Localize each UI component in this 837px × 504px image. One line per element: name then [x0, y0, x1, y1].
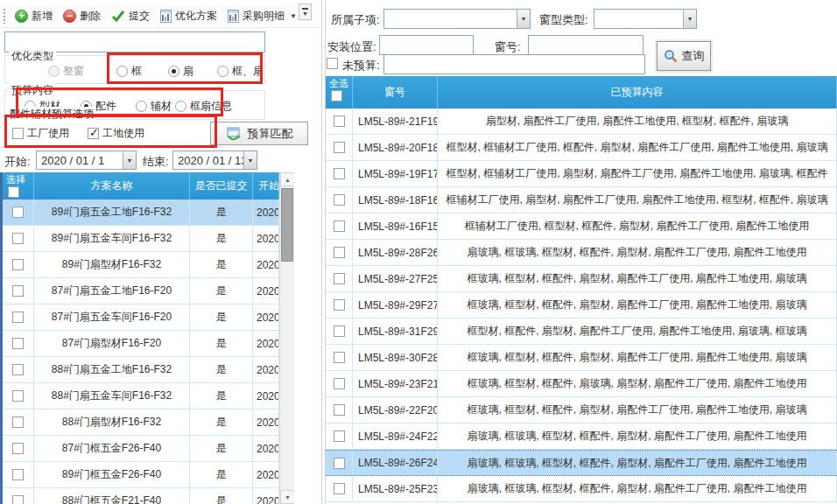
submit-button[interactable]: 提交 — [106, 7, 155, 25]
plan-table-row[interactable]: 88#门扇五金车间F16-F32是2020/0 — [3, 383, 279, 410]
radio-option-sash[interactable]: 扇 — [168, 64, 193, 79]
chevron-down-icon[interactable]: ▼ — [123, 151, 136, 169]
plan-table-row[interactable]: 88#门扇型材F16-F32是2020/0 — [3, 410, 279, 436]
window-table-row[interactable]: LM5L-89#-18F16框辅材工厂使用, 扇型材, 扇配件工厂使用, 扇配件… — [326, 187, 837, 214]
window-table-row[interactable]: LM5L-89#-28F26扇玻璃, 框玻璃, 框型材, 框配件, 扇型材, 扇… — [326, 240, 837, 266]
sub-item-label: 所属子项: — [331, 12, 380, 28]
radio-option-auxiliary[interactable]: 辅材 — [136, 99, 172, 114]
window-table-row[interactable]: LM5L-89#-29F27框玻璃, 框型材, 框配件, 扇型材, 扇配件工厂使… — [326, 292, 837, 318]
optimize-plan-button[interactable]: 优化方案 — [155, 7, 222, 25]
window-table-row[interactable]: LM5L-89#-27F25框玻璃, 框型材, 框配件, 扇型材, 扇配件工厂使… — [326, 266, 837, 292]
delete-button[interactable]: − 删除 — [58, 7, 106, 25]
plan-table-row[interactable]: 87#门扇五金车间F16-F20是2020/0 — [3, 304, 279, 331]
row-checkbox[interactable] — [334, 378, 345, 389]
row-checkbox[interactable] — [334, 142, 345, 153]
budgeted-content-cell: 框辅材工厂使用, 框型材, 框配件, 扇型材, 扇配件工厂使用, 扇配件工地使用 — [438, 214, 837, 239]
chevron-down-icon[interactable]: ▼ — [290, 12, 297, 20]
row-checkbox[interactable] — [12, 312, 24, 323]
row-checkbox[interactable] — [12, 364, 24, 375]
window-table-row[interactable]: LM5L-89#-24F22扇玻璃, 框玻璃, 框型材, 框配件, 扇型材, 扇… — [326, 424, 837, 450]
row-checkbox[interactable] — [334, 247, 345, 258]
row-checkbox[interactable] — [12, 390, 24, 402]
row-checkbox[interactable] — [12, 469, 24, 480]
window-table-row[interactable]: LM5L-89#-21F19扇型材, 扇配件工厂使用, 扇配件工地使用, 框型材… — [326, 108, 837, 135]
purchase-detail-button[interactable]: 采购明细 ▼ — [222, 7, 302, 25]
select-all-checkbox[interactable] — [331, 90, 342, 102]
row-checkbox[interactable] — [334, 168, 345, 179]
chevron-down-icon[interactable]: ▼ — [243, 151, 257, 169]
plan-table-row[interactable]: 87#门扇五金工地F16-F20是2020/0 — [3, 278, 279, 304]
plan-table-row[interactable]: 89#门框五金F26-F40是2020/0 — [3, 462, 279, 488]
row-checkbox[interactable] — [12, 206, 24, 218]
window-table-row[interactable]: LM5L-89#-22F20框玻璃, 框型材, 框配件, 扇型材, 扇配件工厂使… — [326, 397, 837, 424]
row-checkbox[interactable] — [334, 430, 345, 442]
plan-table-row[interactable]: 87#门框五金F26-F40是2020/0 — [3, 436, 279, 462]
row-checkbox[interactable] — [12, 285, 24, 297]
plan-table-row[interactable]: 89#门扇型材F16-F32是2020/0 — [3, 252, 279, 278]
window-no-cell: LM5L-89#-29F27 — [353, 292, 438, 318]
window-no-input[interactable] — [528, 35, 644, 55]
row-checkbox[interactable] — [12, 443, 24, 454]
toolbar-overflow-button[interactable]: ▼ — [299, 4, 312, 20]
window-table-row[interactable]: LM5L-89#-16F15框辅材工厂使用, 框型材, 框配件, 扇型材, 扇配… — [326, 214, 837, 240]
budget-match-button[interactable]: 预算匹配 — [210, 122, 308, 145]
row-checkbox[interactable] — [334, 194, 345, 206]
plan-table-row[interactable]: 89#门扇五金工地F16-F32是2020/0 — [3, 200, 279, 226]
window-table-row[interactable]: LM5L-89#-30F28框玻璃, 框型材, 框配件, 扇型材, 扇配件工厂使… — [326, 345, 837, 371]
window-table-row[interactable]: LM5L-89#-23F21框玻璃, 框型材, 框配件, 扇玻璃, 扇型材, 扇… — [326, 371, 837, 397]
row-checkbox[interactable] — [334, 352, 345, 363]
row-checkbox[interactable] — [334, 326, 345, 337]
row-checkbox[interactable] — [334, 299, 345, 311]
query-button[interactable]: 查询 — [657, 41, 711, 71]
select-all-checkbox[interactable] — [8, 186, 19, 198]
install-pos-input[interactable] — [379, 35, 474, 55]
scrollbar-thumb[interactable] — [281, 188, 293, 262]
row-checkbox[interactable] — [334, 458, 345, 469]
plan-table-row[interactable]: 89#门扇五金车间F16-F32是2020/0 — [3, 226, 279, 252]
row-checkbox[interactable] — [12, 233, 24, 244]
checkbox-site-use[interactable]: 工地使用 — [88, 126, 144, 141]
plan-table-row[interactable]: 87#门扇型材F16-F20是2020/0 — [3, 331, 279, 357]
row-checkbox[interactable] — [12, 416, 24, 428]
radio-option-frame-sash-info[interactable]: 框扇信息 — [175, 99, 232, 114]
plan-table-row[interactable]: 88#门扇五金工地F16-F32是2020/0 — [3, 357, 279, 383]
no-budget-input[interactable] — [383, 54, 645, 74]
window-table-row[interactable]: LM5L-89#-26F24扇玻璃, 框玻璃, 框型材, 框配件, 扇型材, 扇… — [326, 450, 837, 476]
no-budget-checkbox[interactable] — [327, 58, 338, 69]
plan-table-scrollbar[interactable]: ▲ ▼ — [279, 172, 294, 504]
row-checkbox[interactable] — [12, 338, 24, 349]
window-table-row[interactable]: LM5L-89#-25F23扇玻璃, 框玻璃, 框型材, 框配件, 扇型材, 扇… — [326, 476, 837, 502]
row-checkbox[interactable] — [334, 404, 345, 416]
select-cell — [326, 266, 353, 291]
window-table-row[interactable]: LM5L-89#-31F29框型材, 框配件, 扇型材, 扇配件工厂使用, 扇配… — [326, 318, 837, 345]
sub-item-combo[interactable]: ▼ — [383, 9, 531, 29]
sheet-icon — [160, 10, 172, 23]
window-type-combo[interactable]: ▼ — [594, 9, 697, 29]
plan-name-cell: 88#门扇型材F16-F32 — [34, 410, 190, 435]
check-icon — [111, 10, 125, 22]
checkbox-factory-use[interactable]: 工厂使用 — [12, 126, 69, 141]
row-checkbox[interactable] — [334, 273, 345, 284]
row-checkbox[interactable] — [334, 220, 345, 232]
select-cell — [326, 214, 353, 239]
window-table-row[interactable]: LM5L-89#-20F18框型材, 框辅材工厂使用, 框配件, 扇型材, 扇配… — [326, 135, 837, 161]
start-date-picker[interactable]: 2020 / 01 / 1 ▼ — [36, 150, 137, 170]
window-table-row[interactable]: LM5L-89#-19F17框型材, 框辅材工厂使用, 扇型材, 扇配件工厂使用… — [326, 161, 837, 187]
checkbox-icon — [12, 128, 24, 139]
chevron-down-icon[interactable]: ▼ — [517, 10, 530, 28]
end-date-picker[interactable]: 2020 / 01 / 13 ▼ — [172, 150, 257, 170]
app-window: + 新增 − 删除 提交 优化方案 采购明细 ▼ ▼ 优化类型 整窗 — [0, 0, 837, 504]
radio-option-frame-sash[interactable]: 框、扇 — [217, 64, 264, 79]
scroll-up-icon[interactable]: ▲ — [280, 172, 294, 186]
scroll-down-icon[interactable]: ▼ — [280, 490, 294, 504]
plan-table-row[interactable]: 88#门框五金F21-F40是2020/0 — [3, 488, 279, 504]
add-button[interactable]: + 新增 — [10, 7, 58, 25]
radio-option-frame[interactable]: 框 — [116, 64, 142, 79]
select-cell — [326, 187, 353, 213]
chevron-down-icon[interactable]: ▼ — [683, 10, 696, 28]
row-checkbox[interactable] — [334, 483, 345, 494]
radio-option-whole-window[interactable]: 整窗 — [48, 64, 84, 79]
row-checkbox[interactable] — [12, 259, 24, 270]
row-checkbox[interactable] — [12, 495, 24, 504]
row-checkbox[interactable] — [334, 116, 345, 127]
